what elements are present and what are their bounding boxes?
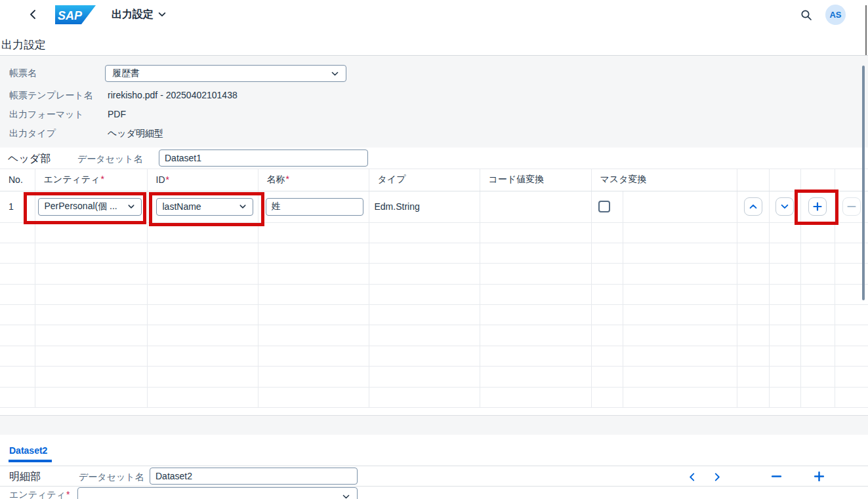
col-header-code-conversion: コード値変換 bbox=[480, 169, 591, 191]
tab-dataset2[interactable]: Dataset2 bbox=[9, 445, 47, 456]
chevron-up-icon bbox=[749, 202, 758, 211]
master-conversion-checkbox[interactable] bbox=[598, 201, 610, 212]
header-fields-table: No. エンティティ* ID* 名称* タイプ コード値変換 マスタ変換 1 P… bbox=[0, 169, 868, 415]
row-remove-button[interactable] bbox=[842, 197, 861, 216]
table-row-empty bbox=[0, 243, 868, 263]
chevron-down-icon bbox=[157, 10, 167, 19]
table-row-empty bbox=[0, 222, 868, 243]
required-marker: * bbox=[286, 174, 289, 184]
chevron-down-icon bbox=[342, 492, 350, 499]
header-table-body: 1 PerPersonal(個 ... lastName Edm. bbox=[0, 191, 868, 408]
col-header-master-conversion: マスタ変換 bbox=[591, 169, 737, 191]
required-marker: * bbox=[66, 489, 70, 499]
detail-section-title: 明細部 bbox=[9, 470, 41, 484]
table-row-empty bbox=[0, 284, 868, 304]
back-button[interactable] bbox=[26, 8, 39, 21]
sap-logo: SAP bbox=[55, 5, 96, 26]
row-down-button[interactable] bbox=[775, 197, 794, 216]
app-title: 出力設定 bbox=[112, 8, 154, 22]
col-header-no: No. bbox=[0, 169, 35, 191]
prev-record-button[interactable] bbox=[685, 470, 698, 483]
plus-icon bbox=[812, 201, 823, 212]
dataset-tabstrip: Dataset2 bbox=[0, 435, 868, 466]
minus-icon bbox=[846, 201, 857, 212]
col-header-entity: エンティティ* bbox=[35, 169, 147, 191]
template-name-label: 帳票テンプレート名 bbox=[9, 90, 93, 102]
vertical-scrollbar[interactable] bbox=[862, 66, 865, 300]
entity-select-value: PerPersonal(個 ... bbox=[45, 201, 117, 212]
id-select[interactable]: lastName bbox=[156, 198, 253, 216]
required-marker: * bbox=[100, 174, 104, 184]
chevron-down-icon bbox=[239, 203, 247, 210]
svg-text:SAP: SAP bbox=[58, 9, 83, 22]
output-format-label: 出力フォーマット bbox=[9, 109, 84, 121]
header-section-bar: ヘッダ部 データセット名 bbox=[0, 148, 868, 169]
table-row-empty bbox=[0, 264, 868, 284]
template-name-value: rirekisho.pdf - 20250402101438 bbox=[108, 90, 238, 100]
next-record-button[interactable] bbox=[711, 470, 724, 483]
report-name-select[interactable]: 履歴書 bbox=[105, 65, 346, 82]
page-title: 出力設定 bbox=[1, 37, 46, 52]
col-header-id: ID* bbox=[147, 169, 258, 191]
row-up-button[interactable] bbox=[744, 197, 762, 216]
chevron-left-icon bbox=[688, 472, 696, 482]
table-row-empty bbox=[0, 305, 868, 325]
search-button[interactable] bbox=[799, 8, 814, 22]
col-header-name: 名称* bbox=[258, 169, 369, 191]
col-header-type: タイプ bbox=[369, 169, 480, 191]
table-row-empty bbox=[0, 325, 868, 346]
output-type-value: ヘッダ明細型 bbox=[108, 128, 163, 140]
id-select-value: lastName bbox=[163, 201, 201, 212]
detail-entity-label: エンティティ* bbox=[9, 489, 70, 499]
tab-active-indicator bbox=[9, 460, 52, 462]
section-spacer bbox=[0, 415, 868, 435]
minus-icon bbox=[771, 471, 782, 482]
code-conversion-cell bbox=[480, 191, 591, 222]
browser-scrollbar-edge bbox=[865, 5, 867, 56]
table-row-empty bbox=[0, 387, 868, 407]
output-format-value: PDF bbox=[108, 109, 126, 119]
chevron-down-icon bbox=[780, 202, 789, 211]
avatar[interactable]: AS bbox=[825, 5, 846, 25]
row-add-button[interactable] bbox=[808, 197, 827, 216]
dataset-name-label: データセット名 bbox=[79, 471, 144, 483]
plus-icon bbox=[814, 471, 825, 482]
chevron-down-icon bbox=[127, 203, 135, 210]
dataset1-name-input[interactable] bbox=[159, 150, 368, 167]
chevron-left-icon bbox=[28, 9, 37, 20]
chevron-down-icon bbox=[331, 70, 339, 78]
add-dataset-button[interactable] bbox=[812, 469, 825, 483]
top-shellbar: SAP 出力設定 AS bbox=[0, 0, 868, 29]
table-row-empty bbox=[0, 367, 868, 387]
table-row: 1 PerPersonal(個 ... lastName Edm. bbox=[0, 191, 868, 222]
chevron-right-icon bbox=[713, 472, 722, 482]
dataset-name-label: データセット名 bbox=[77, 153, 143, 165]
search-icon bbox=[800, 9, 812, 21]
output-type-label: 出力タイプ bbox=[9, 128, 56, 140]
report-name-value: 履歴書 bbox=[112, 68, 140, 79]
name-input[interactable] bbox=[266, 198, 363, 216]
detail-section-bar: 明細部 データセット名 bbox=[0, 466, 868, 487]
report-name-label: 帳票名 bbox=[9, 68, 37, 79]
table-row-empty bbox=[0, 346, 868, 366]
header-section-title: ヘッダ部 bbox=[8, 152, 51, 166]
entity-select[interactable]: PerPersonal(個 ... bbox=[38, 198, 142, 216]
dataset2-name-input[interactable] bbox=[150, 468, 358, 485]
detail-entity-select[interactable] bbox=[77, 487, 358, 499]
table-header-row: No. エンティティ* ID* 名称* タイプ コード値変換 マスタ変換 bbox=[0, 169, 868, 191]
row-number-cell: 1 bbox=[0, 191, 35, 222]
output-settings-form: 帳票名 履歴書 帳票テンプレート名 rirekisho.pdf - 202504… bbox=[0, 56, 868, 148]
app-title-menu-button[interactable] bbox=[157, 10, 167, 21]
remove-dataset-button[interactable] bbox=[770, 469, 783, 483]
detail-section: Dataset2 明細部 データセット名 エンティティ* bbox=[0, 435, 868, 499]
type-cell: Edm.String bbox=[369, 191, 480, 222]
required-marker: * bbox=[166, 174, 169, 185]
